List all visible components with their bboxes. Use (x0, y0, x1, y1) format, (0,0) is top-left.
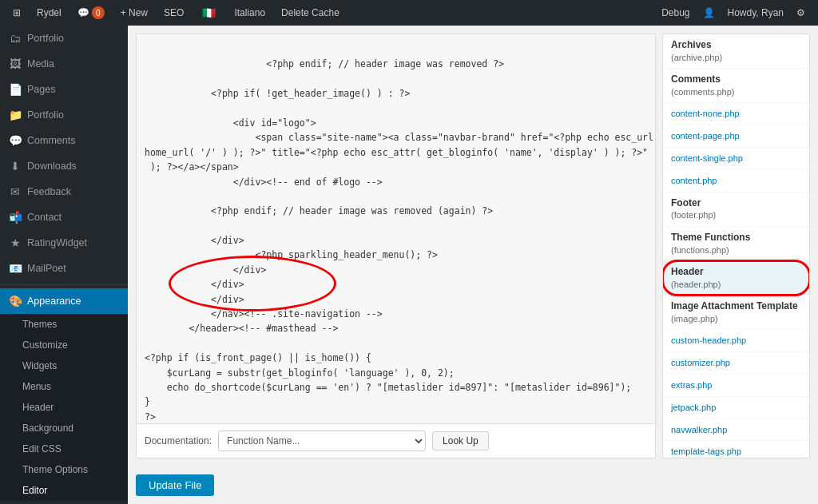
file-item[interactable]: content.php (663, 170, 809, 192)
adminbar-wp-logo[interactable]: ⊞ (6, 0, 27, 26)
sidebar-item-portfolio[interactable]: 🗂 Portfolio (0, 26, 128, 51)
content-area: <?php endif; // header image was removed… (128, 26, 818, 504)
appearance-icon: 🎨 (8, 295, 22, 308)
update-file-button[interactable]: Update File (136, 474, 214, 496)
file-item[interactable]: content-none.php (663, 103, 809, 125)
sidebar-item-ratingwidget[interactable]: ★ RatingWidget (0, 230, 128, 256)
sidebar-pages-label: Pages (27, 84, 55, 95)
sidebar-comments-label: Comments (27, 135, 75, 146)
sidebar-item-contact[interactable]: 📬 Contact (0, 204, 128, 230)
file-item[interactable]: customizer.php (663, 352, 809, 375)
sidebar-contact-label: Contact (27, 212, 62, 223)
downloads-icon: ⬇ (8, 160, 22, 173)
file-item[interactable]: Image Attachment Template(image.php) (663, 296, 809, 330)
sidebar-mailpoet-label: MailPoet (27, 263, 66, 274)
adminbar-site-name[interactable]: Rydel (30, 0, 68, 26)
file-item[interactable]: Header(header.php) (663, 261, 809, 296)
media-icon: 🖼 (8, 58, 22, 70)
pages-icon: 📄 (8, 83, 22, 96)
feedback-icon: ✉ (8, 185, 22, 198)
comment-count: 0 (92, 6, 105, 19)
sidebar: 🗂 Portfolio 🖼 Media 📄 Pages 📁 Portfolio … (0, 26, 128, 504)
sidebar-item-downloads[interactable]: ⬇ Downloads (0, 153, 128, 179)
code-pane: <?php endif; // header image was removed… (136, 34, 656, 458)
doc-label: Documentation: (145, 435, 212, 446)
sidebar-portfolio2-label: Portfolio (27, 109, 64, 121)
sidebar-sub-editcss[interactable]: Edit CSS (0, 439, 128, 459)
sidebar-item-portfolio2[interactable]: 📁 Portfolio (0, 102, 128, 128)
file-item[interactable]: Comments(comments.php) (663, 69, 809, 103)
sidebar-portfolio-label: Portfolio (27, 33, 64, 44)
sidebar-feedback-label: Feedback (27, 186, 71, 197)
sidebar-item-feedback[interactable]: ✉ Feedback (0, 179, 128, 204)
sidebar-sub-background[interactable]: Background (0, 418, 128, 439)
file-item[interactable]: navwalker.php (663, 419, 809, 442)
appearance-submenu: Themes Customize Widgets Menus Header Ba… (0, 314, 128, 501)
sidebar-sub-themes[interactable]: Themes (0, 314, 128, 335)
sidebar-appearance-label: Appearance (27, 296, 81, 307)
adminbar-new[interactable]: + New (114, 0, 154, 26)
sidebar-media-label: Media (27, 58, 54, 69)
adminbar-seo[interactable]: SEO (157, 0, 190, 26)
file-item[interactable]: custom-header.php (663, 330, 809, 352)
file-item[interactable]: extras.php (663, 375, 809, 397)
file-item[interactable]: content-page.php (663, 125, 809, 148)
sidebar-sub-header[interactable]: Header (0, 397, 128, 418)
sidebar-item-pages[interactable]: 📄 Pages (0, 77, 128, 102)
doc-bar: Documentation: Function Name... Look Up (137, 423, 655, 458)
sidebar-sub-widgets[interactable]: Widgets (0, 355, 128, 376)
sidebar-sub-editor[interactable]: Editor (0, 480, 128, 501)
sidebar-item-comments[interactable]: 💬 Comments (0, 128, 128, 153)
adminbar-cache[interactable]: Delete Cache (275, 0, 346, 26)
sidebar-item-plugins[interactable]: 🔌 Plugins (0, 501, 128, 504)
file-item[interactable]: jetpack.php (663, 397, 809, 419)
sidebar-item-appearance[interactable]: 🎨 Appearance (0, 288, 128, 314)
sidebar-ratingwidget-label: RatingWidget (27, 237, 87, 248)
adminbar-debug[interactable]: Debug (655, 0, 696, 26)
portfolio2-icon: 📁 (8, 109, 22, 121)
sidebar-sub-themeoptions[interactable]: Theme Options (0, 459, 128, 480)
lookup-button[interactable]: Look Up (432, 431, 489, 450)
sidebar-item-media[interactable]: 🖼 Media (0, 51, 128, 77)
adminbar-user[interactable]: Howdy, Ryan (721, 0, 790, 26)
adminbar-lang[interactable]: Italiano (228, 0, 272, 26)
contact-icon: 📬 (8, 211, 22, 224)
sidebar-sub-menus[interactable]: Menus (0, 376, 128, 397)
comments-icon: 💬 (8, 134, 22, 147)
main-layout: 🗂 Portfolio 🖼 Media 📄 Pages 📁 Portfolio … (0, 26, 818, 504)
file-list: Archives(archive.php)Comments(comments.p… (663, 34, 809, 458)
file-item[interactable]: Footer(footer.php) (663, 192, 809, 227)
file-item[interactable]: Archives(archive.php) (663, 34, 809, 69)
adminbar-settings-icon[interactable]: ⚙ (790, 0, 812, 26)
file-item[interactable]: template-tags.php (663, 441, 809, 458)
portfolio-icon: 🗂 (8, 32, 22, 45)
adminbar-flag: 🇮🇹 (196, 0, 222, 26)
code-content: <?php endif; // header image was removed… (145, 58, 655, 423)
sidebar-sub-customize[interactable]: Customize (0, 335, 128, 355)
admin-bar: ⊞ Rydel 💬 0 + New SEO 🇮🇹 Italiano Delete… (0, 0, 818, 26)
file-item[interactable]: Theme Functions(functions.php) (663, 227, 809, 261)
function-select[interactable]: Function Name... (218, 431, 426, 451)
mailpoet-icon: 📧 (8, 262, 22, 275)
file-item[interactable]: content-single.php (663, 148, 809, 170)
adminbar-comments[interactable]: 💬 0 (71, 0, 111, 26)
adminbar-right: Debug 👤 Howdy, Ryan ⚙ (655, 0, 812, 26)
sidebar-separator-1 (0, 284, 128, 285)
code-editor[interactable]: <?php endif; // header image was removed… (137, 34, 655, 423)
editor-main: <?php endif; // header image was removed… (128, 26, 818, 466)
adminbar-avatar: 👤 (697, 0, 721, 26)
ratingwidget-icon: ★ (8, 236, 22, 249)
sidebar-downloads-label: Downloads (27, 161, 77, 172)
file-pane: Archives(archive.php)Comments(comments.p… (662, 34, 810, 458)
update-bar: Update File (128, 466, 818, 504)
sidebar-item-mailpoet[interactable]: 📧 MailPoet (0, 256, 128, 281)
